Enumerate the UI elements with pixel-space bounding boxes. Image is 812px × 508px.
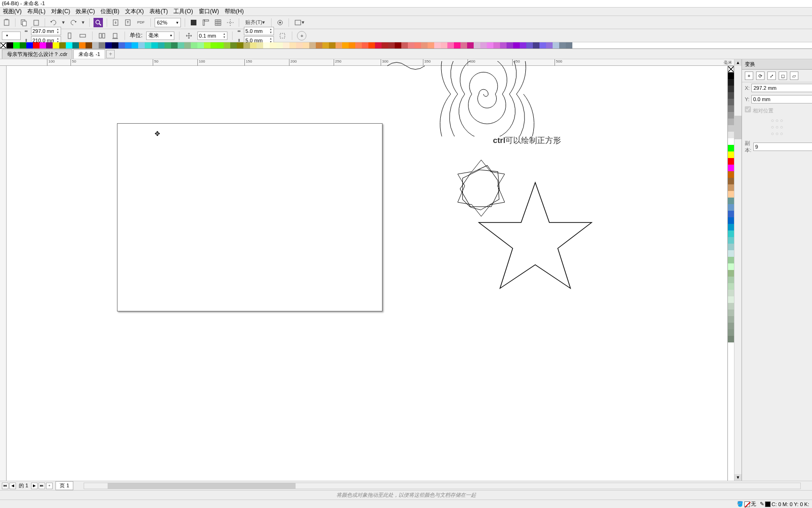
color-swatch[interactable] (26, 42, 33, 48)
color-swatch[interactable] (145, 42, 151, 48)
horizontal-scrollbar[interactable] (84, 483, 801, 489)
color-swatch[interactable] (99, 42, 105, 48)
color-swatch[interactable] (526, 42, 533, 48)
relative-position-check[interactable]: 相对位置 (742, 105, 812, 116)
color-swatch[interactable] (421, 42, 428, 48)
menu-table[interactable]: 表格(T) (149, 8, 168, 16)
color-swatch[interactable] (728, 79, 734, 86)
color-swatch[interactable] (728, 237, 734, 244)
doc-tab-1[interactable]: 母亲节海报怎么设计？.cdr (2, 49, 72, 59)
color-swatch[interactable] (467, 42, 474, 48)
color-swatch[interactable] (283, 42, 289, 48)
color-swatch[interactable] (224, 42, 230, 48)
color-swatch[interactable] (296, 42, 303, 48)
color-swatch[interactable] (566, 42, 572, 48)
color-swatch[interactable] (500, 42, 507, 48)
x-input[interactable] (751, 84, 812, 92)
color-swatch[interactable] (546, 42, 553, 48)
color-swatch[interactable] (349, 42, 355, 48)
color-swatch[interactable] (728, 244, 734, 250)
duplicate-x-input[interactable]: ▲▼ (244, 27, 274, 35)
add-button[interactable]: + (297, 31, 306, 40)
menu-window[interactable]: 窗口(W) (199, 8, 219, 16)
anchor-grid[interactable]: ○ ○ ○○ ○ ○○ ○ ○ (742, 116, 812, 138)
color-swatch[interactable] (728, 184, 734, 191)
copies-input[interactable] (753, 143, 812, 151)
docker-tab-transform[interactable]: 变换 (742, 59, 812, 70)
color-swatch[interactable] (728, 105, 734, 112)
new-tab-button[interactable]: + (106, 50, 115, 58)
color-swatch[interactable] (20, 42, 26, 48)
clipboard-button[interactable] (31, 18, 41, 27)
units-select[interactable]: 毫米▾ (146, 32, 174, 40)
color-swatch[interactable] (728, 72, 734, 79)
color-swatch[interactable] (728, 316, 734, 323)
next-page-button[interactable]: ▶ (31, 483, 38, 489)
menu-effects[interactable]: 效果(C) (76, 8, 95, 16)
spiral-shape-2[interactable] (429, 61, 542, 136)
color-swatch[interactable] (728, 230, 734, 237)
color-swatch[interactable] (513, 42, 520, 48)
color-swatch[interactable] (728, 296, 734, 303)
color-swatch[interactable] (728, 158, 734, 165)
color-swatch[interactable] (728, 99, 734, 105)
color-swatch[interactable] (728, 138, 734, 145)
color-swatch[interactable] (408, 42, 414, 48)
portrait-button[interactable] (65, 31, 74, 40)
color-swatch[interactable] (728, 329, 734, 336)
menu-tools[interactable]: 工具(O) (173, 8, 193, 16)
color-palette-vertical[interactable] (727, 66, 734, 481)
color-swatch[interactable] (250, 42, 257, 48)
paste-button[interactable] (2, 18, 11, 27)
color-swatch[interactable] (237, 42, 243, 48)
color-swatch[interactable] (72, 42, 79, 48)
color-swatch[interactable] (79, 42, 86, 48)
canvas[interactable]: ✥ ctrl可以绘制正方形 (7, 66, 734, 481)
color-swatch[interactable] (164, 42, 171, 48)
guidelines-button[interactable] (226, 18, 235, 27)
color-swatch[interactable] (414, 42, 421, 48)
color-swatch[interactable] (316, 42, 322, 48)
color-swatch[interactable] (728, 171, 734, 178)
color-swatch[interactable] (480, 42, 487, 48)
color-swatch[interactable] (728, 125, 734, 132)
color-swatch[interactable] (118, 42, 125, 48)
color-swatch[interactable] (728, 112, 734, 119)
color-swatch[interactable] (243, 42, 250, 48)
color-swatch[interactable] (191, 42, 197, 48)
treat-as-filled-button[interactable] (278, 31, 287, 40)
menu-help[interactable]: 帮助(H) (225, 8, 244, 16)
color-swatch[interactable] (7, 42, 13, 48)
horizontal-ruler[interactable]: 1005050100150200250300350400450500毫米 (0, 59, 734, 66)
y-input[interactable] (751, 95, 812, 103)
no-color-swatch[interactable] (0, 42, 7, 48)
color-swatch[interactable] (728, 198, 734, 204)
launch-button[interactable]: ▾ (293, 18, 306, 27)
color-swatch[interactable] (728, 257, 734, 263)
color-swatch[interactable] (559, 42, 566, 48)
star-shape[interactable] (474, 180, 596, 298)
color-swatch[interactable] (728, 178, 734, 184)
color-swatch[interactable] (204, 42, 211, 48)
nudge-input[interactable]: ▲▼ (197, 32, 227, 40)
color-swatch[interactable] (158, 42, 164, 48)
color-swatch[interactable] (474, 42, 480, 48)
color-swatch[interactable] (388, 42, 395, 48)
position-icon[interactable]: + (745, 71, 753, 80)
color-swatch[interactable] (428, 42, 434, 48)
color-swatch[interactable] (539, 42, 546, 48)
color-swatch[interactable] (46, 42, 53, 48)
scroll-thumb-h[interactable] (108, 483, 296, 489)
doc-tab-2[interactable]: 未命名 -1 (73, 49, 105, 59)
color-swatch[interactable] (454, 42, 461, 48)
color-swatch[interactable] (728, 204, 734, 211)
pdf-button[interactable]: PDF (135, 18, 147, 27)
color-swatch[interactable] (553, 42, 559, 48)
zoom-input[interactable] (155, 19, 174, 26)
redo-dropdown[interactable]: ▾ (81, 18, 86, 27)
scroll-up-arrow[interactable]: ▲ (734, 59, 742, 66)
color-swatch[interactable] (13, 42, 20, 48)
color-swatch[interactable] (329, 42, 336, 48)
rotate-icon[interactable]: ⟳ (756, 71, 765, 80)
redo-button[interactable] (69, 18, 78, 27)
